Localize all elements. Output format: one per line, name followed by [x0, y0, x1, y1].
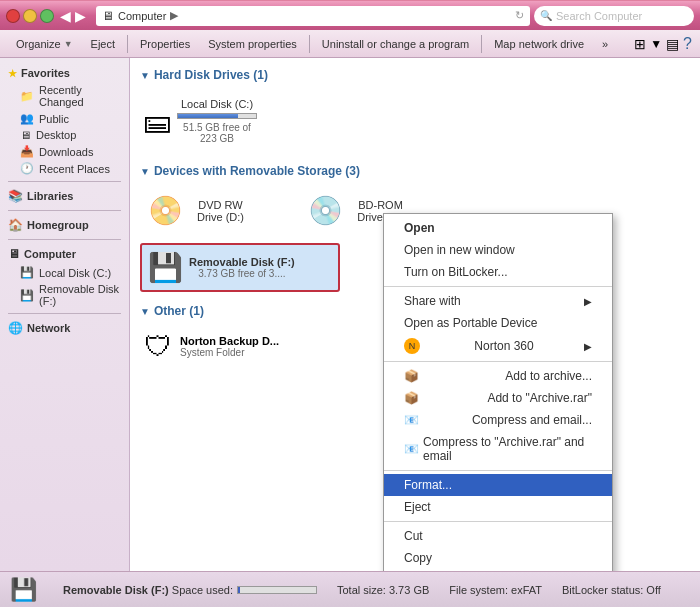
network-label: Network: [27, 322, 70, 334]
removable-disk-f-icon: 💾: [20, 289, 34, 302]
ctx-add-archive[interactable]: 📦 Add to archive...: [384, 365, 612, 387]
status-total-size-label: Total size: 3.73 GB: [337, 584, 429, 596]
status-progress-fill: [238, 587, 240, 593]
homegroup-header[interactable]: 🏠 Homegroup: [0, 215, 129, 235]
ctx-share-with[interactable]: Share with ▶: [384, 290, 612, 312]
homegroup-section: 🏠 Homegroup: [0, 215, 129, 235]
ctx-bitlocker[interactable]: Turn on BitLocker...: [384, 261, 612, 283]
ctx-norton-arrow-icon: ▶: [584, 341, 592, 352]
context-menu: Open Open in new window Turn on BitLocke…: [383, 213, 613, 571]
close-button[interactable]: [6, 9, 20, 23]
ctx-share-arrow-icon: ▶: [584, 296, 592, 307]
dvd-drive-label: DVD RW Drive (D:): [189, 199, 252, 223]
ctx-eject[interactable]: Eject: [384, 496, 612, 518]
local-disk-c-space: 51.5 GB free of 223 GB: [177, 122, 257, 144]
status-drive-icon: 💾: [10, 577, 37, 603]
status-progress-bar: [237, 586, 317, 594]
map-network-button[interactable]: Map network drive: [486, 33, 592, 55]
local-disk-c-progress-bar: [177, 113, 257, 119]
nav-forward-button[interactable]: ▶: [75, 8, 86, 24]
dvd-drive-item[interactable]: 📀 DVD RW Drive (D:): [140, 186, 260, 235]
ctx-sep-2: [384, 361, 612, 362]
removable-disk-f-item[interactable]: 💾 Removable Disk (F:) 3.73 GB free of 3.…: [140, 243, 340, 292]
search-placeholder: Search Computer: [556, 10, 642, 22]
sidebar-item-recently-changed[interactable]: 📁 Recently Changed: [0, 82, 129, 110]
organize-button[interactable]: Organize ▼: [8, 33, 81, 55]
ctx-cut[interactable]: Cut: [384, 525, 612, 547]
ctx-format[interactable]: Format...: [384, 474, 612, 496]
norton-backup-label: Norton Backup D...: [180, 335, 279, 347]
search-bar[interactable]: 🔍 Search Computer: [534, 6, 694, 26]
ctx-sep-4: [384, 521, 612, 522]
favorites-star-icon: ★: [8, 68, 17, 79]
eject-button[interactable]: Eject: [83, 33, 123, 55]
sidebar-item-public[interactable]: 👥 Public: [0, 110, 129, 127]
computer-label: Computer: [24, 248, 76, 260]
ctx-copy[interactable]: Copy: [384, 547, 612, 569]
sidebar-item-local-disk-c[interactable]: 💾 Local Disk (C:): [0, 264, 129, 281]
libraries-icon: 📚: [8, 189, 23, 203]
properties-button[interactable]: Properties: [132, 33, 198, 55]
sidebar-item-removable-disk-f[interactable]: 💾 Removable Disk (F:): [0, 281, 129, 309]
local-disk-c-drive-icon: 🖴: [143, 105, 171, 138]
uninstall-button[interactable]: Uninstall or change a program: [314, 33, 477, 55]
sidebar-item-recent-places[interactable]: 🕐 Recent Places: [0, 160, 129, 177]
minimize-button[interactable]: [23, 9, 37, 23]
norton-backup-icon: 🛡: [144, 330, 172, 363]
view-dropdown-button[interactable]: ▼: [650, 37, 662, 51]
preview-pane-button[interactable]: ▤: [666, 36, 679, 52]
ctx-add-archive-rar[interactable]: 📦 Add to "Archive.rar": [384, 387, 612, 409]
libraries-header[interactable]: 📚 Libraries: [0, 186, 129, 206]
ctx-sep-3: [384, 470, 612, 471]
ctx-open-new-window[interactable]: Open in new window: [384, 239, 612, 261]
computer-section: 🖥 Computer 💾 Local Disk (C:) 💾 Removable…: [0, 244, 129, 309]
help-button[interactable]: ?: [683, 35, 692, 53]
libraries-label: Libraries: [27, 190, 73, 202]
status-filesystem: File system: exFAT: [449, 584, 542, 596]
path-text: Computer: [118, 10, 166, 22]
status-bitlocker-label: BitLocker status: Off: [562, 584, 661, 596]
libraries-section: 📚 Libraries: [0, 186, 129, 206]
sidebar-sep-1: [8, 181, 121, 182]
favorites-header[interactable]: ★ Favorites: [0, 64, 129, 82]
maximize-button[interactable]: [40, 9, 54, 23]
norton-backup-sublabel: System Folder: [180, 347, 279, 358]
status-drive-info: Removable Disk (F:) Space used:: [63, 584, 317, 596]
address-bar[interactable]: 🖥 Computer ▶ ↻: [96, 6, 530, 26]
homegroup-icon: 🏠: [8, 218, 23, 232]
sidebar-item-downloads[interactable]: 📥 Downloads: [0, 143, 129, 160]
removable-disk-f-drive-icon: 💾: [148, 251, 183, 284]
sidebar-sep-4: [8, 313, 121, 314]
removable-disk-f-space: 3.73 GB free of 3....: [189, 268, 295, 279]
refresh-icon[interactable]: ↻: [515, 9, 524, 22]
local-disk-c-item[interactable]: 🖴 Local Disk (C:) 51.5 GB free of 223 GB: [140, 90, 260, 152]
view-icons-button[interactable]: ⊞: [634, 36, 646, 52]
window-controls: [6, 9, 54, 23]
organize-chevron: ▼: [64, 39, 73, 49]
sidebar: ★ Favorites 📁 Recently Changed 👥 Public …: [0, 58, 130, 571]
network-icon: 🌐: [8, 321, 23, 335]
hdd-section-title: ▼ Hard Disk Drives (1): [140, 68, 690, 82]
other-arrow-icon: ▼: [140, 306, 150, 317]
nav-back-button[interactable]: ◀: [60, 8, 71, 24]
recently-changed-icon: 📁: [20, 90, 34, 103]
ctx-compress-archive-email[interactable]: 📧 Compress to "Archive.rar" and email: [384, 431, 612, 467]
content-area: ▼ Hard Disk Drives (1) 🖴 Local Disk (C:)…: [130, 58, 700, 571]
sidebar-sep-3: [8, 239, 121, 240]
system-properties-button[interactable]: System properties: [200, 33, 305, 55]
network-header[interactable]: 🌐 Network: [0, 318, 129, 338]
hdd-section: ▼ Hard Disk Drives (1) 🖴 Local Disk (C:)…: [140, 68, 690, 152]
compress-email-icon: 📧: [404, 413, 419, 427]
sidebar-item-desktop[interactable]: 🖥 Desktop: [0, 127, 129, 143]
network-section: 🌐 Network: [0, 318, 129, 338]
computer-header[interactable]: 🖥 Computer: [0, 244, 129, 264]
ctx-norton360[interactable]: N Norton 360 ▶: [384, 334, 612, 358]
search-icon: 🔍: [540, 10, 552, 21]
title-bar: ◀ ▶ 🖥 Computer ▶ ↻ 🔍 Search Computer: [0, 0, 700, 30]
downloads-icon: 📥: [20, 145, 34, 158]
ctx-compress-email[interactable]: 📧 Compress and email...: [384, 409, 612, 431]
more-button[interactable]: »: [594, 33, 616, 55]
ctx-open-portable[interactable]: Open as Portable Device: [384, 312, 612, 334]
ctx-open[interactable]: Open: [384, 217, 612, 239]
removable-section-title: ▼ Devices with Removable Storage (3): [140, 164, 690, 178]
